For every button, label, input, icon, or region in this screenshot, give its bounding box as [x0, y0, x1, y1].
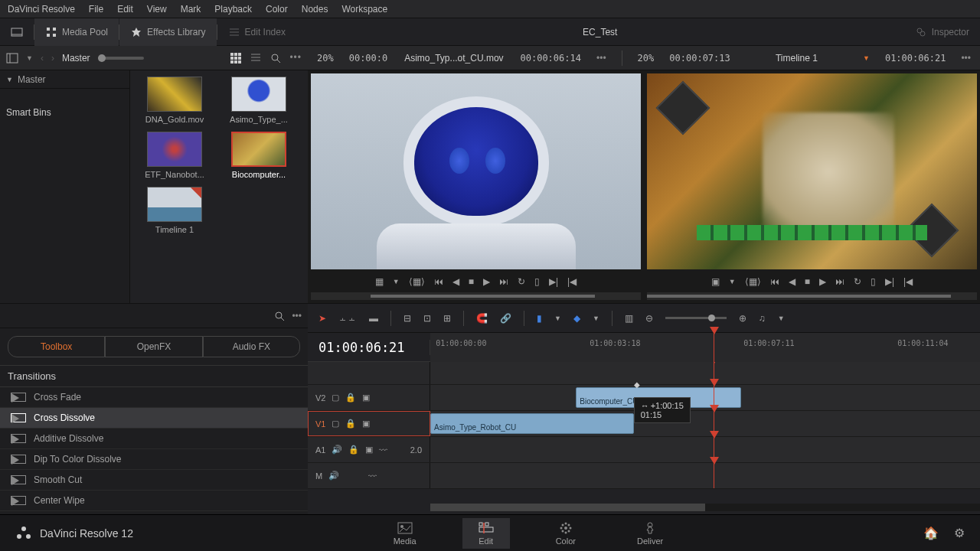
curve-icon[interactable]: 〰 — [368, 471, 377, 481]
pointer-tool-icon[interactable]: ➤ — [318, 313, 326, 324]
timeline-image[interactable] — [647, 73, 977, 269]
marker-icon[interactable]: ◆ — [573, 313, 580, 324]
layout-button[interactable] — [0, 18, 34, 46]
list-view-icon[interactable] — [250, 52, 262, 64]
inspector-button[interactable]: Inspector — [904, 18, 980, 46]
track-head-v2[interactable]: V2▢🔒▣ — [308, 385, 430, 410]
insert-icon[interactable]: ⊟ — [403, 313, 411, 324]
stop-icon[interactable]: ■ — [469, 276, 474, 287]
timeline-ruler[interactable]: 01:00:00:00 01:00:03:18 01:00:07:11 01:0… — [430, 333, 980, 362]
next-clip-icon[interactable]: ▶| — [885, 276, 894, 287]
prev-bin-button[interactable]: ‹ — [41, 53, 44, 64]
step-fwd-icon[interactable]: ⏭ — [499, 276, 508, 287]
fx-section-header[interactable]: Transitions — [0, 365, 308, 387]
mute-icon[interactable]: 🔊 — [328, 471, 339, 481]
bin-header[interactable]: ▼Master — [0, 70, 129, 89]
source-image[interactable] — [311, 73, 641, 269]
smart-bins[interactable]: Smart Bins — [0, 103, 129, 122]
overwrite-icon[interactable]: ⊡ — [423, 313, 431, 324]
page-media[interactable]: Media — [378, 518, 432, 549]
media-item[interactable]: Biocomputer... — [220, 132, 297, 179]
effects-library-button[interactable]: Effects Library — [119, 18, 216, 46]
go-end-icon[interactable]: |◀ — [567, 276, 577, 287]
viewer-mode-icon[interactable]: ▦ — [375, 276, 384, 287]
snap-icon[interactable]: 🧲 — [476, 313, 488, 324]
next-clip-icon[interactable]: ▶| — [549, 276, 558, 287]
lock-icon[interactable]: 🔒 — [348, 445, 359, 455]
source-zoom[interactable]: 20% — [317, 53, 334, 64]
media-item[interactable]: Asimo_Type_... — [220, 77, 297, 124]
media-item[interactable]: ETF_Nanobot... — [136, 132, 213, 179]
fx-item[interactable]: Cross Fade — [0, 387, 308, 408]
track-head-m[interactable]: M🔊〰 — [308, 463, 430, 488]
viewer-mode-icon[interactable]: ▣ — [711, 276, 720, 287]
source-scrubber[interactable] — [311, 292, 641, 300]
fx-item[interactable]: Center Wipe — [0, 491, 308, 511]
page-deliver[interactable]: Deliver — [622, 518, 678, 549]
bin-label[interactable]: Master — [62, 53, 90, 64]
loop-icon[interactable]: ↻ — [518, 276, 525, 287]
track-head-v1[interactable]: V1▢🔒▣ — [308, 411, 430, 436]
match-frame-icon[interactable]: ⟨▦⟩ — [745, 276, 761, 287]
flag-icon[interactable]: ▮ — [537, 313, 542, 324]
timeline-scrubber[interactable] — [647, 292, 977, 300]
single-frame-icon[interactable]: ▯ — [871, 276, 876, 287]
fx-tab-toolbox[interactable]: Toolbox — [8, 336, 105, 357]
fx-item[interactable]: Smooth Cut — [0, 470, 308, 491]
fx-item[interactable]: Dip To Color Dissolve — [0, 449, 308, 470]
auto-select-icon[interactable]: ▢ — [332, 393, 339, 403]
go-end-icon[interactable]: |◀ — [903, 276, 913, 287]
step-back-icon[interactable]: ◀ — [452, 276, 459, 287]
timeline-tc-display[interactable]: 01:00:06:21 — [308, 340, 430, 355]
media-item[interactable]: DNA_Gold.mov — [136, 77, 213, 124]
source-clip-name[interactable]: Asimo_Typ...ot_CU.mov — [403, 53, 505, 64]
media-item-timeline[interactable]: Timeline 1 — [136, 187, 213, 234]
track-control-icon[interactable]: ▣ — [365, 445, 373, 455]
go-start-icon[interactable]: ⏮ — [434, 276, 443, 287]
stop-icon[interactable]: ■ — [805, 276, 810, 287]
curve-icon[interactable]: 〰 — [379, 445, 387, 455]
lock-icon[interactable]: 🔒 — [345, 393, 356, 403]
single-frame-icon[interactable]: ▯ — [534, 276, 540, 287]
fx-item[interactable]: Additive Dissolve — [0, 429, 308, 449]
search-icon[interactable] — [273, 310, 286, 322]
grid-view-icon[interactable] — [230, 52, 242, 64]
match-frame-icon[interactable]: ⟨▦⟩ — [409, 276, 425, 287]
play-icon[interactable]: ▶ — [819, 276, 826, 287]
zoom-in-icon[interactable]: ⊕ — [739, 313, 746, 324]
menu-color[interactable]: Color — [266, 4, 288, 15]
blade-tool-icon[interactable]: ▬ — [369, 313, 378, 324]
track-body-v1[interactable]: Asimo_Type_Robot_CU ↔+1:00:15 01:15 — [430, 411, 980, 436]
chevron-down-icon[interactable]: ▼ — [26, 54, 33, 62]
page-color[interactable]: Color — [541, 518, 591, 549]
track-body-v2[interactable]: Biocomputer_CU ◆ — [430, 385, 980, 410]
panel-layout-icon[interactable] — [6, 52, 18, 64]
audio-icon[interactable]: ♫ — [759, 313, 766, 324]
trim-tool-icon[interactable]: ⫠⫠ — [338, 313, 357, 324]
menu-mark[interactable]: Mark — [181, 4, 201, 15]
menu-playback[interactable]: Playback — [214, 4, 252, 15]
loop-icon[interactable]: ↻ — [854, 276, 861, 287]
fx-item[interactable]: Clock Wipe — [0, 511, 308, 514]
media-pool-button[interactable]: Media Pool — [34, 18, 119, 46]
menu-nodes[interactable]: Nodes — [302, 4, 328, 15]
go-start-icon[interactable]: ⏮ — [770, 276, 779, 287]
fx-tab-openfx[interactable]: OpenFX — [105, 336, 202, 357]
source-options-icon[interactable]: ••• — [596, 53, 606, 64]
auto-select-icon[interactable]: ▢ — [332, 419, 339, 429]
fx-item[interactable]: Cross Dissolve — [0, 408, 308, 429]
zoom-slider[interactable] — [665, 317, 727, 319]
timeline-name[interactable]: Timeline 1 — [746, 53, 848, 64]
fx-tab-audiofx[interactable]: Audio FX — [203, 336, 300, 357]
search-icon[interactable] — [270, 52, 282, 64]
timeline-dropdown-icon[interactable]: ▼ — [863, 54, 870, 62]
track-body-m[interactable] — [430, 463, 980, 488]
menu-edit[interactable]: Edit — [117, 4, 133, 15]
play-icon[interactable]: ▶ — [483, 276, 490, 287]
replace-icon[interactable]: ⊞ — [443, 313, 451, 324]
track-body-a1[interactable] — [430, 437, 980, 462]
track-head-a1[interactable]: A1🔊🔒▣〰2.0 — [308, 437, 430, 462]
menu-view[interactable]: View — [147, 4, 167, 15]
settings-icon[interactable]: ⚙ — [954, 526, 965, 540]
fx-options-icon[interactable]: ••• — [292, 311, 302, 321]
